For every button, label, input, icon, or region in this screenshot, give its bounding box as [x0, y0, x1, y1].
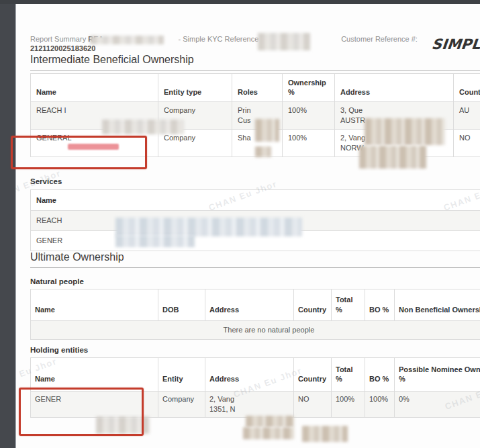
cell-country: AU: [454, 102, 480, 130]
section-title-intermediate-beneficial-ownership: Intermediate Beneficial Ownership: [30, 54, 480, 71]
kyc-reference-number: 2121120025183620: [30, 44, 480, 54]
table-header-row: Name Entity Address Country Total % BO %…: [31, 357, 480, 392]
col-name: Name: [31, 73, 158, 102]
customer-reference-label: Customer Reference #:: [341, 35, 418, 43]
redaction-blur: [302, 426, 348, 442]
col-name: Name: [31, 357, 158, 392]
subsection-title-holding-entities: Holding entities: [30, 346, 480, 354]
kyc-reference-label: - Simple KYC Reference #:: [179, 35, 267, 43]
natural-people-table: Name DOB Address Country Total % BO % No…: [30, 289, 480, 340]
highlight-box-holding-name-column: [19, 388, 144, 436]
col-name: Name: [31, 189, 480, 211]
report-summary-label: Report Summary: [30, 35, 86, 43]
redaction-blur: [115, 235, 195, 247]
col-non-beneficial: Non Beneficial Ownership %: [395, 289, 480, 321]
redaction-blur: [115, 218, 302, 236]
col-possible-nominee: Possible Nominee Ownership %: [395, 357, 480, 392]
cell-total: 100%: [332, 392, 365, 418]
cell-bo: 100%: [365, 392, 395, 418]
subsection-title-services: Services: [30, 177, 480, 185]
col-total: Total %: [332, 289, 365, 321]
col-address: Address: [205, 357, 294, 392]
redaction-blur: [243, 427, 294, 439]
logo-text-simple: SIMPLE: [431, 36, 480, 52]
empty-message: There are no natural people: [31, 320, 480, 339]
section-title-ultimate-ownership: Ultimate Ownership: [30, 251, 480, 268]
empty-state-row: There are no natural people: [31, 320, 480, 339]
cell-country: NO: [454, 129, 480, 156]
redaction-blur: [255, 146, 271, 157]
cell-entity: Company: [158, 392, 205, 418]
highlight-box-intermediate-general-row: [11, 136, 147, 169]
col-ownership: Ownership %: [283, 73, 335, 102]
redaction-blur: [255, 119, 279, 142]
redaction-blur: [102, 120, 184, 134]
scan-left-edge: [0, 0, 15, 448]
cell-ownership: 100%: [283, 129, 335, 156]
col-entity: Entity: [158, 357, 205, 392]
col-address: Address: [205, 289, 294, 321]
col-roles: Roles: [232, 73, 283, 102]
redaction-blur: [359, 146, 426, 169]
col-entity-type: Entity type: [158, 73, 232, 102]
redaction-blur: [90, 36, 164, 44]
subsection-title-natural-people: Natural people: [30, 277, 480, 285]
col-total: Total %: [332, 357, 365, 392]
table-header-row: Name Entity type Roles Ownership % Addre…: [31, 73, 480, 102]
col-bo: BO %: [365, 357, 395, 392]
col-country: Country: [454, 73, 480, 102]
table-header-row: Name: [31, 189, 480, 211]
cell-ownership: 100%: [283, 102, 335, 130]
pink-redaction-bar: [68, 144, 119, 150]
col-name: Name: [31, 289, 158, 321]
col-country: Country: [294, 357, 332, 392]
cell-nominee: 0%: [395, 392, 480, 418]
redaction-blur: [258, 33, 310, 50]
col-country: Country: [294, 289, 332, 321]
simplekyc-logo: SIMPLEKYC: [431, 36, 480, 52]
redaction-blur: [365, 118, 445, 145]
cell-country: NO: [294, 392, 332, 418]
col-address: Address: [335, 73, 454, 102]
window-top-bar: [0, 0, 480, 4]
col-dob: DOB: [158, 289, 205, 321]
redaction-blur: [246, 416, 294, 427]
col-bo: BO %: [365, 289, 395, 321]
cell-address: 2, Vang 1351, N: [205, 392, 294, 418]
table-header-row: Name DOB Address Country Total % BO % No…: [31, 289, 480, 321]
